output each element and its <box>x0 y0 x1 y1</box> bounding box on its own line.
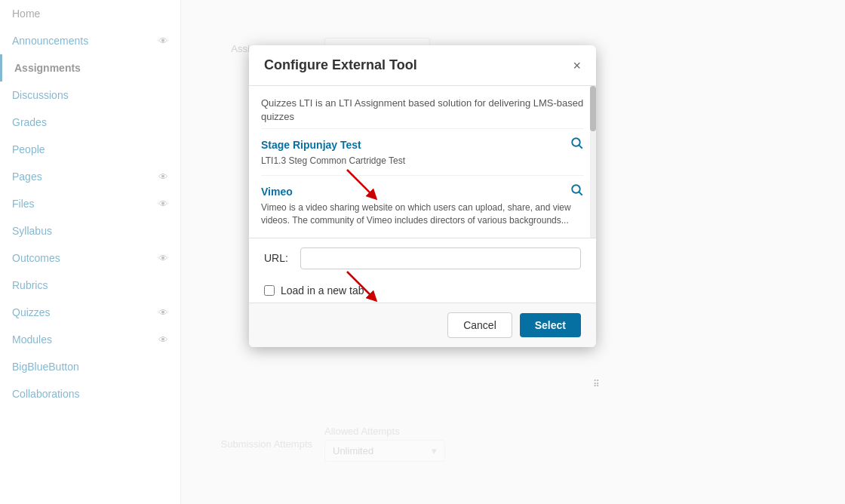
scrollbar-track <box>590 86 596 238</box>
modal-body: Quizzes LTI is an LTI Assignment based s… <box>249 86 596 303</box>
tool-list: Quizzes LTI is an LTI Assignment based s… <box>249 86 596 238</box>
tool-name-vimeo[interactable]: Vimeo <box>261 186 293 198</box>
modal-backdrop: Configure External Tool × Quizzes LTI is… <box>0 0 845 504</box>
quizzes-lti-desc: Quizzes LTI is an LTI Assignment based s… <box>261 89 584 129</box>
svg-point-0 <box>572 139 580 147</box>
svg-line-3 <box>579 192 582 195</box>
modal-header: Configure External Tool × <box>249 45 596 86</box>
url-section: URL: <box>249 238 596 278</box>
modal-title: Configure External Tool <box>264 57 417 73</box>
tool-item-ripunjay-header: Stage Ripunjay Test <box>261 137 584 153</box>
url-input[interactable] <box>300 247 581 269</box>
scrollbar-thumb[interactable] <box>590 86 596 131</box>
tool-item-vimeo-header: Vimeo <box>261 183 584 200</box>
tool-list-container[interactable]: Quizzes LTI is an LTI Assignment based s… <box>249 86 596 238</box>
new-tab-row: Load in a new tab <box>249 278 596 303</box>
tool-desc-vimeo: Vimeo is a video sharing website on whic… <box>261 201 584 227</box>
configure-external-tool-modal: Configure External Tool × Quizzes LTI is… <box>249 45 596 347</box>
tool-name-ripunjay[interactable]: Stage Ripunjay Test <box>261 139 361 151</box>
tool-item-vimeo[interactable]: Vimeo Vimeo is a video sharing website o… <box>261 176 584 235</box>
modal-close-button[interactable]: × <box>573 59 581 72</box>
new-tab-label: Load in a new tab <box>281 284 364 297</box>
new-tab-checkbox[interactable] <box>264 285 275 296</box>
select-button[interactable]: Select <box>520 313 581 337</box>
url-row: URL: <box>264 247 581 269</box>
tool-desc-ripunjay: LTI1.3 Steg Common Cartridge Test <box>261 155 584 167</box>
modal-footer: Cancel Select <box>249 303 596 347</box>
tool-item-ripunjay[interactable]: Stage Ripunjay Test LTI1.3 Steg Common C… <box>261 129 584 176</box>
cancel-button[interactable]: Cancel <box>447 312 512 338</box>
svg-point-2 <box>572 185 580 193</box>
svg-line-1 <box>579 146 582 149</box>
search-icon-ripunjay[interactable] <box>570 137 584 153</box>
search-icon-vimeo[interactable] <box>570 183 584 200</box>
url-label: URL: <box>264 252 294 264</box>
